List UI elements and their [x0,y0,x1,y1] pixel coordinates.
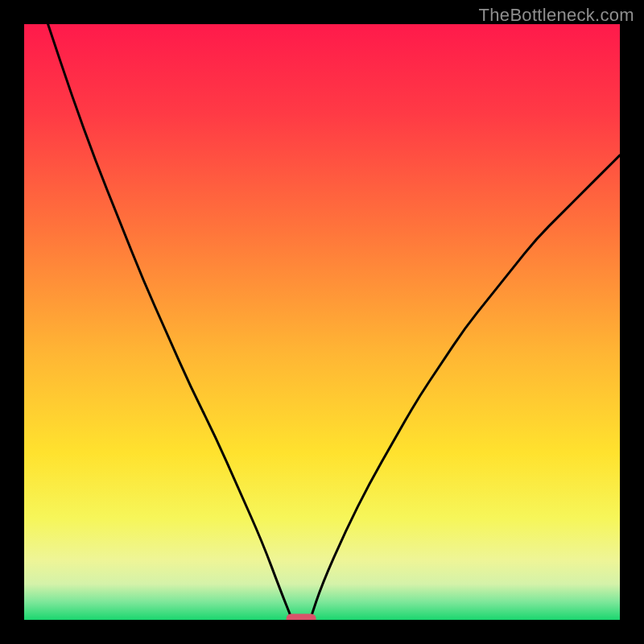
minimum-marker [287,614,316,621]
watermark-text: TheBottleneck.com [479,5,634,26]
chart-stage: TheBottleneck.com [0,0,644,644]
plot-background [24,24,620,620]
bottleneck-curve-chart [24,24,620,620]
